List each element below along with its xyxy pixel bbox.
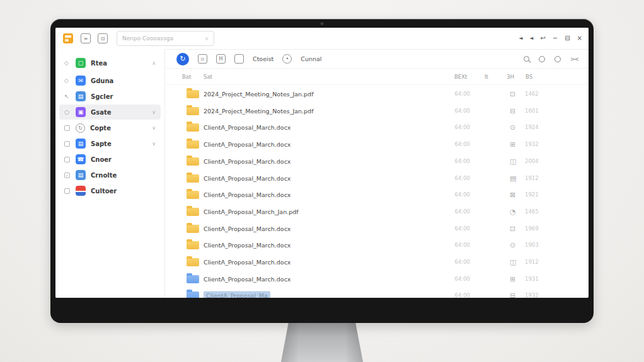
table-row[interactable]: ClientA_Proposal_March.docx 64:00 ⊙ 1903 [166,236,589,253]
sidebar-item-label: Sapte [91,140,112,147]
sidebar-item-crnolte[interactable]: ✓ ▤ Crnolte [59,167,161,183]
sidebar-item-rtea[interactable]: ◇ ▢ Rtea ∧ [59,55,161,71]
table-row[interactable]: ClientA_Proposal_March.docx 64:00 ⊞ 1931 [166,270,589,287]
nav-back2-icon[interactable]: ◄ [529,36,533,41]
document-icon[interactable]: ≡ [81,33,91,43]
caret-up-icon[interactable]: ∧ [152,60,156,66]
badge-icon: ◫ [510,157,516,164]
sidebar-item-sapte[interactable]: ▤ Sapte ∨ [59,136,161,151]
table-row[interactable]: ClientA_Proposal_March.docx 64:00 ⊞ 1932 [166,135,589,152]
table-row[interactable]: ClientA_Proposal_March.docx 64:00 ⊡ 1969 [166,220,589,237]
message-icon: ✉ [76,76,86,86]
header-c3[interactable]: 3H [507,74,514,80]
file-count: 1931 [525,276,539,282]
app-icon-green: ▢ [76,58,86,68]
file-name: 2024_Project_Meeting_Notes_Jan.pdf [204,90,314,97]
chevron-down-icon[interactable]: ∨ [205,36,209,42]
file-name: ClientA_Proposal_March.docx [204,258,291,265]
header-c4[interactable]: BS [526,74,532,80]
file-date: 64:00 [437,158,470,164]
phone-icon: ☎ [76,154,86,164]
checkbox-checked-icon[interactable]: ✓ [64,173,70,178]
badge-icon: ◫ [510,258,516,265]
chevron-down-icon[interactable]: ∨ [152,110,156,115]
close-icon[interactable]: × [577,35,582,42]
file-name: ClientA_Proposal_March.docx [204,241,291,248]
file-date: 64:00 [437,141,470,147]
sidebar-item-copte[interactable]: ↻ Copte ∨ [59,120,161,135]
undo-icon[interactable]: ↩ [540,35,545,42]
badge-icon: ⊙ [510,241,515,248]
file-name: ClientA_Proposal_March.docx [204,191,291,198]
header-date[interactable]: BEXt [454,74,467,80]
table-row[interactable]: ClientA_Proposal_March.docx 64:00 ◫ 1912 [166,253,589,270]
sidebar-item-label: Rtea [91,60,107,67]
checkbox-icon[interactable] [64,141,70,147]
table-row-selected[interactable]: ClientA_Proposal_Ma 64:00 ⊟ 1932 [166,286,589,298]
nav-back-icon[interactable]: ◄ [519,36,522,41]
header-col1[interactable]: Bat [182,74,191,80]
sidebar-item-sgcler[interactable]: ↖ ▤ Sgcler [59,89,161,104]
sidebar-item-gsate[interactable]: ○ ▣ Gsate ∨ [59,105,161,120]
collapse-icon[interactable]: >< [570,56,578,62]
file-count: 1462 [525,91,539,97]
folder-icon [187,107,199,115]
sidebar-item-cnoer[interactable]: ☎ Cnoer [59,152,161,167]
table-row[interactable]: 2024_Project_Meeting_Notes_Jan.pdf 64:00… [166,102,589,119]
table-row[interactable]: ClientA_Proposal_March.docx 64:00 ⊙ 1924 [166,118,589,135]
select-button[interactable] [234,54,244,64]
checkbox-icon[interactable] [64,157,70,162]
file-date: 64:00 [437,276,470,282]
search-value: Nenpo Coooassga [122,35,205,42]
table-row[interactable]: ClientA_Proposal_March.docx 64:00 ◫ 2004 [166,152,589,169]
column-width-button[interactable]: H [216,54,226,64]
circle-icon[interactable] [555,56,561,62]
file-date: 64:00 [437,108,470,114]
grid-icon[interactable]: ⊡ [98,33,108,43]
search-icon[interactable] [524,56,529,62]
header-c2[interactable]: It [485,74,488,80]
sidebar-item-label: Cnoer [91,156,112,163]
sidebar-item-label: Crnolte [91,172,117,179]
badge-icon: ⊙ [510,123,515,130]
checkbox-icon[interactable] [64,188,70,194]
table-row[interactable]: 2024_Project_Meeting_Notes_Jan.pdf 64:00… [166,85,589,102]
badge-icon: ⊞ [510,140,515,147]
table-row[interactable]: ClientA_Proposal_March.docx 64:00 ⊠ 1921 [166,186,589,203]
circle-icon[interactable] [539,56,545,62]
table-row[interactable]: ClientA_Proposal_March_Jan.pdf 64:00 ◔ 1… [166,203,589,220]
badge-icon: ⊠ [510,191,515,198]
sidebar-item-gduna[interactable]: ◇ ✉ Gduna [59,73,161,88]
toolbar-label-1[interactable]: Ctoeist [253,55,273,62]
file-date: 64:00 [437,208,470,215]
header-col2[interactable]: Sat [204,74,212,80]
checkbox-icon[interactable] [64,125,70,131]
table-row[interactable]: ClientA_Proposal_March.docx 64:00 ▤ 1912 [166,169,589,186]
document-icon: ▤ [76,170,86,180]
file-count: 1969 [525,225,539,232]
folder-blue-icon [187,275,199,283]
file-name-renaming[interactable]: ClientA_Proposal_Ma [204,291,270,298]
badge-icon: ⊞ [510,275,515,282]
file-count: 1932 [525,141,539,147]
file-name: ClientA_Proposal_March.docx [204,275,291,282]
chevron-down-icon[interactable]: ∨ [152,141,156,147]
history-icon: ↻ [76,123,85,133]
file-count: 1932 [525,292,539,298]
sidebar-item-cultoer[interactable]: Cultoer [59,183,161,198]
target-icon[interactable]: • [282,54,292,64]
search-input[interactable]: Nenpo Coooassga ∨ [117,31,214,46]
file-date: 64:00 [437,259,470,265]
file-count: 1465 [525,208,539,215]
sync-button[interactable]: ↻ [176,53,189,65]
chevron-down-icon[interactable]: ∨ [152,125,156,131]
folder-blue-icon [187,291,199,298]
folder-icon [187,191,199,199]
app-logo-icon[interactable] [63,33,73,43]
monitor-stand [281,323,363,362]
file-count: 1912 [525,175,539,181]
toolbar-label-2[interactable]: Cunnal [301,55,321,62]
download-button[interactable]: ▫ [198,54,207,64]
minimize-icon[interactable]: − [553,35,558,42]
maximize-icon[interactable]: ⊟ [565,35,570,42]
